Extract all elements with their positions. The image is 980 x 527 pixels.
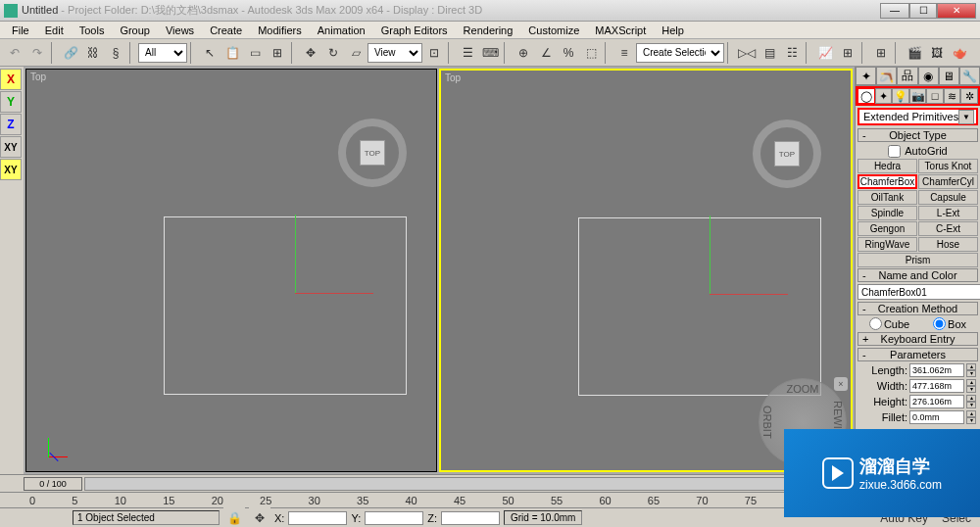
name-color-rollout[interactable]: -Name and Color [858, 268, 978, 282]
axis-y-button[interactable]: Y [0, 91, 22, 113]
category-dropdown[interactable]: Extended Primitives [858, 108, 978, 125]
object-name-input[interactable] [858, 284, 980, 300]
viewcube-face[interactable]: TOP [774, 141, 800, 167]
move-button[interactable]: ✥ [300, 42, 321, 64]
display-tab[interactable]: 🖥 [939, 67, 959, 85]
coord-x-input[interactable] [288, 511, 347, 525]
maximize-button[interactable]: ☐ [909, 3, 937, 19]
transform-typein-icon[interactable]: ✥ [249, 507, 270, 528]
object-type-rollout[interactable]: -Object Type [858, 128, 978, 142]
height-spinner[interactable]: 276.106m [909, 395, 964, 408]
create-tab[interactable]: ✦ [856, 67, 876, 85]
menu-edit[interactable]: Edit [37, 23, 72, 38]
viewcube[interactable]: TOP ⌂ [753, 120, 821, 188]
viewport-left[interactable]: Top TOP [25, 69, 437, 472]
unlink-button[interactable]: ⛓ [82, 42, 104, 64]
select-region-button[interactable]: ▭ [244, 42, 266, 64]
menu-create[interactable]: Create [202, 23, 250, 38]
render-setup-button[interactable]: 🎬 [904, 42, 925, 64]
scale-button[interactable]: ▱ [345, 42, 367, 64]
named-selection-edit-button[interactable]: ≡ [613, 42, 635, 64]
steering-wheel-close-icon[interactable]: × [834, 377, 848, 391]
keyboard-shortcut-button[interactable]: ⌨ [479, 42, 501, 64]
cameras-button[interactable]: 📷 [909, 88, 927, 104]
keyboard-entry-rollout[interactable]: +Keyboard Entry [858, 332, 978, 346]
snap-toggle-button[interactable]: ⊕ [513, 42, 534, 64]
reference-coord-select[interactable]: View [368, 43, 422, 63]
shapes-button[interactable]: ✦ [875, 88, 893, 104]
render-frame-button[interactable]: 🖼 [926, 42, 948, 64]
selection-filter-select[interactable]: All [138, 43, 187, 63]
time-slider[interactable]: 0 / 100 [24, 477, 82, 491]
menu-graph-editors[interactable]: Graph Editors [373, 23, 456, 38]
material-editor-button[interactable]: ⊞ [870, 42, 892, 64]
undo-button[interactable]: ↶ [4, 42, 25, 64]
percent-snap-button[interactable]: % [558, 42, 579, 64]
capsule-button[interactable]: Capsule [918, 190, 978, 205]
viewcube[interactable]: TOP [338, 119, 407, 187]
parameters-rollout[interactable]: -Parameters [858, 348, 978, 361]
select-by-name-button[interactable]: 📋 [221, 42, 243, 64]
align-button[interactable]: ▤ [759, 42, 780, 64]
use-center-button[interactable]: ⊡ [423, 42, 445, 64]
coord-z-input[interactable] [441, 511, 500, 525]
close-button[interactable]: ✕ [937, 3, 976, 19]
lext-button[interactable]: L-Ext [918, 206, 978, 220]
schematic-view-button[interactable]: ⊞ [837, 42, 858, 64]
geometry-button[interactable]: ◯ [858, 88, 875, 104]
fillet-spinner[interactable]: 0.0mm [909, 410, 964, 424]
link-button[interactable]: 🔗 [60, 42, 81, 64]
viewport-right[interactable]: Top TOP ⌂ ZOOM PAN ORBIT REWIND × [439, 69, 853, 472]
menu-customize[interactable]: Customize [520, 23, 587, 38]
width-spinner[interactable]: 477.168m [909, 379, 964, 393]
menu-views[interactable]: Views [158, 23, 202, 38]
systems-button[interactable]: ✲ [960, 88, 978, 104]
cube-radio[interactable]: Cube [869, 317, 909, 330]
axis-xy-button[interactable]: XY [0, 136, 22, 158]
menu-tools[interactable]: Tools [72, 23, 113, 38]
hedra-button[interactable]: Hedra [858, 159, 917, 173]
angle-snap-button[interactable]: ∠ [535, 42, 557, 64]
prism-button[interactable]: Prism [858, 253, 978, 267]
axis-x-button[interactable]: X [0, 69, 22, 90]
spinner-snap-button[interactable]: ⬚ [580, 42, 602, 64]
torusknot-button[interactable]: Torus Knot [918, 159, 978, 173]
lights-button[interactable]: 💡 [892, 88, 909, 104]
menu-animation[interactable]: Animation [310, 23, 373, 38]
oiltank-button[interactable]: OilTank [858, 190, 917, 205]
chamferbox-button[interactable]: ChamferBox [858, 174, 917, 189]
manipulate-button[interactable]: ☰ [457, 42, 478, 64]
motion-tab[interactable]: ◉ [918, 67, 939, 85]
window-crossing-button[interactable]: ⊞ [267, 42, 288, 64]
render-button[interactable]: 🫖 [949, 42, 970, 64]
axis-xy2-button[interactable]: XY [0, 159, 22, 180]
menu-file[interactable]: File [4, 23, 37, 38]
menu-help[interactable]: Help [654, 23, 692, 38]
minimize-button[interactable]: — [880, 3, 909, 19]
chamfercyl-button[interactable]: ChamferCyl [918, 174, 978, 189]
menu-group[interactable]: Group [112, 23, 158, 38]
utilities-tab[interactable]: 🔧 [959, 67, 980, 85]
rotate-button[interactable]: ↻ [322, 42, 344, 64]
redo-button[interactable]: ↷ [26, 42, 48, 64]
layers-button[interactable]: ☷ [781, 42, 803, 64]
menu-modifiers[interactable]: Modifiers [250, 23, 310, 38]
hose-button[interactable]: Hose [918, 237, 978, 252]
cext-button[interactable]: C-Ext [918, 221, 978, 236]
ringwave-button[interactable]: RingWave [858, 237, 917, 252]
modify-tab[interactable]: 🪃 [876, 67, 897, 85]
named-selection-select[interactable]: Create Selection Set [636, 43, 724, 63]
viewcube-face[interactable]: TOP [360, 140, 385, 166]
bind-spacewarp-button[interactable]: § [105, 42, 126, 64]
length-spinner[interactable]: 361.062m [909, 363, 964, 377]
mirror-button[interactable]: ▷◁ [736, 42, 758, 64]
curve-editor-button[interactable]: 📈 [814, 42, 836, 64]
coord-y-input[interactable] [365, 511, 423, 525]
hierarchy-tab[interactable]: 品 [897, 67, 917, 85]
creation-method-rollout[interactable]: -Creation Method [858, 302, 978, 315]
box-radio[interactable]: Box [933, 317, 966, 330]
spindle-button[interactable]: Spindle [858, 206, 917, 220]
menu-rendering[interactable]: Rendering [456, 23, 521, 38]
selection-lock-button[interactable]: 🔒 [223, 507, 245, 528]
select-button[interactable]: ↖ [199, 42, 220, 64]
